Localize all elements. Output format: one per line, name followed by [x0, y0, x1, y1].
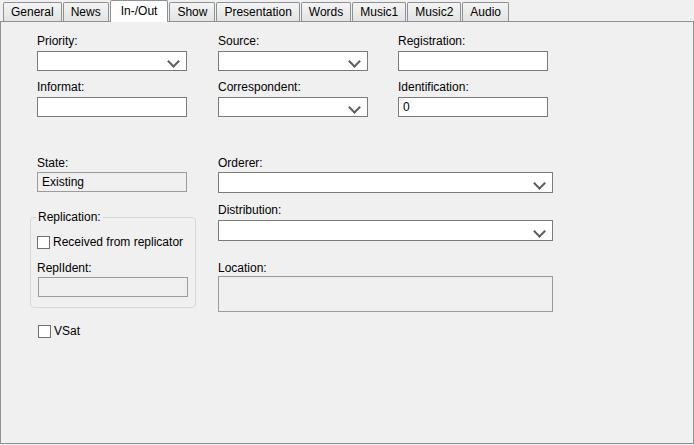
received-from-replicator-checkbox[interactable] — [37, 236, 50, 249]
identification-input[interactable] — [398, 97, 548, 117]
correspondent-label: Correspondent: — [218, 80, 301, 95]
vsat-row: VSat — [38, 324, 80, 338]
priority-combobox[interactable] — [37, 51, 187, 71]
correspondent-combobox[interactable] — [218, 97, 368, 117]
orderer-combobox[interactable] — [218, 172, 553, 193]
vsat-checkbox[interactable] — [38, 325, 51, 338]
tab-music2[interactable]: Music2 — [407, 2, 461, 21]
location-label: Location: — [218, 261, 267, 276]
tab-in-out[interactable]: In-/Out — [110, 0, 169, 22]
chevron-down-icon — [348, 101, 361, 114]
state-readonly-field — [37, 172, 187, 192]
replication-group-label: Replication: — [36, 210, 103, 225]
priority-label: Priority: — [37, 34, 78, 49]
tab-presentation[interactable]: Presentation — [216, 2, 299, 21]
tab-words[interactable]: Words — [301, 2, 351, 21]
chevron-down-icon — [348, 55, 361, 68]
registration-label: Registration: — [398, 34, 465, 49]
identification-label: Identification: — [398, 80, 469, 95]
tab-general[interactable]: General — [3, 2, 62, 21]
vsat-label: VSat — [54, 324, 80, 338]
received-from-replicator-row: Received from replicator — [37, 235, 183, 249]
chevron-down-icon — [533, 225, 546, 238]
informat-label: Informat: — [37, 80, 84, 95]
registration-input[interactable] — [398, 51, 548, 71]
tab-music1[interactable]: Music1 — [352, 2, 406, 21]
tab-show[interactable]: Show — [169, 2, 215, 21]
chevron-down-icon — [533, 177, 546, 190]
distribution-label: Distribution: — [218, 203, 281, 218]
chevron-down-icon — [167, 55, 180, 68]
source-combobox[interactable] — [218, 51, 368, 71]
tab-audio[interactable]: Audio — [462, 2, 509, 21]
replident-label: ReplIdent: — [37, 261, 92, 276]
source-label: Source: — [218, 34, 259, 49]
tab-bar: General News In-/Out Show Presentation W… — [0, 0, 694, 22]
orderer-label: Orderer: — [218, 156, 263, 171]
distribution-combobox[interactable] — [218, 220, 553, 241]
state-label: State: — [37, 156, 68, 171]
received-from-replicator-label: Received from replicator — [53, 235, 183, 249]
replident-disabled-input — [38, 277, 188, 297]
tab-news[interactable]: News — [63, 2, 109, 21]
informat-input[interactable] — [37, 97, 187, 117]
location-disabled-field — [218, 276, 553, 312]
dialog-in-out-page: { "tabs": { "items": [ {"label": "Genera… — [0, 0, 694, 445]
